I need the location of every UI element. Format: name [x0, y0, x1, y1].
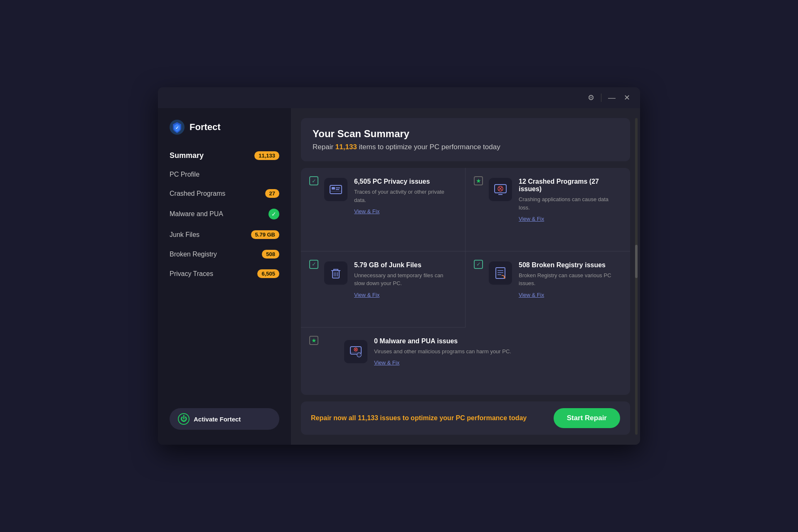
star-check-crashed: ★: [474, 176, 483, 185]
sidebar-badge-summary: 11,133: [254, 151, 279, 160]
privacy-icon-wrap: [324, 178, 347, 201]
scan-subtitle-suffix: items to optimize your PC performance to…: [357, 143, 500, 151]
junk-icon-wrap: [324, 261, 347, 285]
crashed-icon-wrap: [489, 178, 512, 201]
svg-text:!: !: [359, 354, 360, 357]
sidebar-item-label: Summary: [170, 151, 204, 160]
registry-checkbox[interactable]: ✓: [474, 260, 483, 269]
scan-title: Your Scan Summary: [313, 128, 618, 140]
malware-view-fix[interactable]: View & Fix: [374, 360, 399, 366]
malware-checkbox[interactable]: ★: [309, 336, 318, 345]
privacy-card-inner: 6,505 PC Privacy issues Traces of your a…: [311, 178, 455, 215]
logo-area: ✓ Fortect: [158, 116, 291, 146]
privacy-view-fix[interactable]: View & Fix: [354, 208, 379, 214]
title-bar-controls: ⚙ — ✕: [586, 92, 632, 103]
sidebar-bottom: ⏻ Activate Fortect: [158, 401, 291, 436]
sidebar-item-label: PC Profile: [170, 171, 200, 178]
sidebar-nav: Summary 11,133 PC Profile Crashed Progra…: [158, 146, 291, 401]
sidebar-item-malware-pua[interactable]: Malware and PUA ✓: [163, 204, 286, 224]
crashed-checkbox[interactable]: ★: [474, 176, 483, 185]
sidebar-badge-malware: ✓: [268, 209, 279, 219]
sidebar-item-summary[interactable]: Summary 11,133: [163, 146, 286, 165]
logo-icon: ✓: [170, 120, 185, 135]
crashed-title: 12 Crashed Programs (27 issues): [519, 178, 620, 193]
sidebar-item-pc-profile[interactable]: PC Profile: [163, 166, 286, 183]
registry-view-fix[interactable]: View & Fix: [519, 292, 544, 298]
scan-subtitle: Repair 11,133 items to optimize your PC …: [313, 143, 618, 151]
sidebar-badge-privacy: 6,505: [257, 269, 279, 278]
scan-count-highlight: 11,133: [335, 143, 357, 151]
registry-icon: [493, 266, 508, 281]
bottom-bar: Repair now all 11,133 issues to optimize…: [301, 401, 630, 435]
privacy-content: 6,505 PC Privacy issues Traces of your a…: [354, 178, 455, 215]
junk-card-inner: 5.79 GB of Junk Files Unnecessary and te…: [311, 261, 455, 298]
issue-card-crashed: ★: [466, 168, 630, 251]
logo-text: Fortect: [190, 122, 221, 133]
sidebar-item-privacy-traces[interactable]: Privacy Traces 6,505: [163, 264, 286, 283]
junk-view-fix[interactable]: View & Fix: [354, 292, 379, 298]
svg-point-22: [504, 277, 505, 278]
sidebar-item-broken-registry[interactable]: Broken Registry 508: [163, 245, 286, 264]
scrollbar-thumb[interactable]: [635, 245, 638, 278]
sidebar-item-crashed-programs[interactable]: Crashed Programs 27: [163, 184, 286, 203]
malware-desc: Viruses and other malicious programs can…: [374, 347, 620, 356]
crashed-view-fix[interactable]: View & Fix: [519, 216, 544, 222]
title-bar: ⚙ — ✕: [158, 87, 640, 108]
privacy-icon: [328, 182, 343, 197]
malware-card-inner: ! 0 Malware and PUA issues Viruses and o…: [311, 337, 620, 367]
star-fg: ★: [476, 177, 481, 184]
close-button[interactable]: ✕: [622, 92, 632, 103]
sidebar-item-label: Privacy Traces: [170, 270, 213, 278]
check-icon-registry: ✓: [474, 260, 483, 269]
malware-icon-wrap: !: [344, 340, 367, 363]
junk-title: 5.79 GB of Junk Files: [354, 261, 455, 269]
issue-card-junk: ✓: [301, 251, 466, 328]
scan-subtitle-prefix: Repair: [313, 143, 335, 151]
sidebar-item-label: Crashed Programs: [170, 190, 225, 197]
crashed-icon: [493, 182, 508, 197]
junk-checkbox[interactable]: ✓: [309, 260, 318, 269]
malware-icon: !: [348, 344, 363, 359]
scan-summary-header: Your Scan Summary Repair 11,133 items to…: [301, 118, 630, 161]
start-repair-button[interactable]: Start Repair: [554, 408, 620, 428]
app-window: ⚙ — ✕ ✓ Fortect Summary 11,133: [158, 87, 640, 445]
junk-icon: [328, 266, 343, 281]
title-bar-divider: [601, 94, 601, 102]
privacy-title: 6,505 PC Privacy issues: [354, 178, 455, 185]
issues-grid: ✓ 6,505 PC: [301, 168, 630, 395]
svg-rect-18: [496, 268, 505, 278]
registry-content: 508 Broken Registry issues Broken Regist…: [519, 261, 620, 298]
sidebar-item-label: Broken Registry: [170, 251, 217, 258]
sidebar-item-label: Junk Files: [170, 231, 200, 239]
power-icon: ⏻: [178, 413, 190, 425]
registry-desc: Broken Registry can cause various PC iss…: [519, 271, 620, 288]
minimize-button[interactable]: —: [606, 92, 617, 103]
malware-title: 0 Malware and PUA issues: [374, 337, 620, 345]
settings-button[interactable]: ⚙: [586, 92, 596, 103]
junk-desc: Unnecessary and temporary files can slow…: [354, 271, 455, 288]
sidebar-badge-registry: 508: [262, 250, 279, 259]
svg-rect-3: [332, 187, 335, 190]
issue-card-registry: ✓: [466, 251, 630, 328]
registry-card-inner: 508 Broken Registry issues Broken Regist…: [475, 261, 620, 298]
sidebar-badge-junk: 5.79 GB: [251, 230, 279, 239]
bottom-bar-text: Repair now all 11,133 issues to optimize…: [311, 414, 545, 422]
junk-content: 5.79 GB of Junk Files Unnecessary and te…: [354, 261, 455, 298]
main-layout: ✓ Fortect Summary 11,133 PC Profile Cras…: [158, 108, 640, 445]
svg-text:✓: ✓: [175, 126, 179, 130]
scrollbar-track[interactable]: [635, 118, 638, 435]
crashed-content: 12 Crashed Programs (27 issues) Crashing…: [519, 178, 620, 222]
registry-icon-wrap: [489, 261, 512, 285]
malware-content: 0 Malware and PUA issues Viruses and oth…: [374, 337, 620, 367]
check-icon: ✓: [309, 176, 318, 185]
sidebar-item-junk-files[interactable]: Junk Files 5.79 GB: [163, 225, 286, 244]
star-check-malware: ★: [309, 336, 318, 345]
activate-button[interactable]: ⏻ Activate Fortect: [170, 408, 279, 430]
privacy-desc: Traces of your activity or other private…: [354, 188, 455, 204]
activate-label: Activate Fortect: [194, 416, 241, 423]
issue-card-malware: ★: [301, 328, 630, 395]
check-icon-junk: ✓: [309, 260, 318, 269]
privacy-checkbox[interactable]: ✓: [309, 176, 318, 185]
crashed-desc: Crashing applications can cause data los…: [519, 195, 620, 212]
sidebar-badge-crashed: 27: [265, 189, 279, 198]
